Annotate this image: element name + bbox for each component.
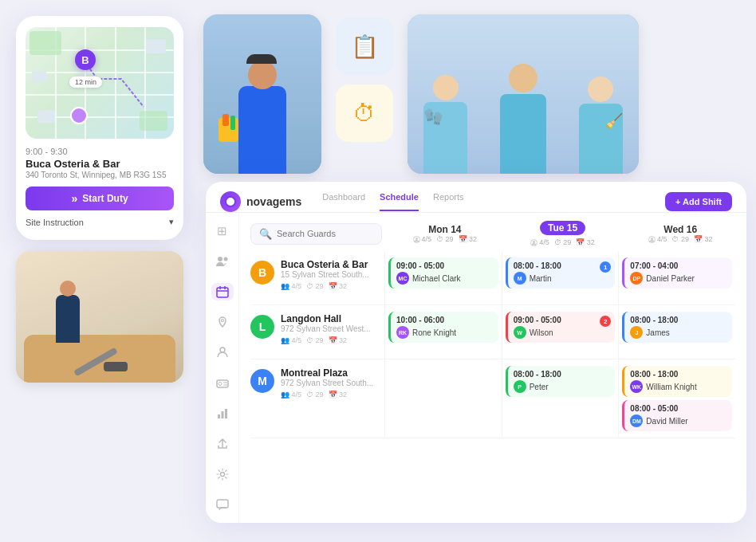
sidebar-settings-icon[interactable] <box>211 465 234 483</box>
logo-circle <box>220 191 241 212</box>
person-name: Daniel Parker <box>646 274 695 283</box>
schedule-panel: novagems Dashboard Schedule Reports + Ad… <box>206 182 746 523</box>
shift-badge: 1 <box>600 261 611 273</box>
table-row: M Montreal Plaza 972 Sylvan Street South… <box>250 359 735 438</box>
site-avatar-buca: B <box>250 261 274 285</box>
buca-tue-cell: 08:00 - 18:00 M Martin 1 <box>502 251 619 304</box>
icon-cards: 📋 ⏱ <box>336 18 393 142</box>
start-duty-button[interactable]: » Start Duty <box>26 187 174 210</box>
person-name: William Knight <box>646 383 696 391</box>
chevron-down-icon: ▾ <box>169 217 174 227</box>
sidebar-id-icon[interactable] <box>211 374 234 391</box>
svg-rect-2 <box>217 288 228 297</box>
langdon-wed-cell: 08:00 - 18:00 J James <box>618 305 735 359</box>
person-name: Martin <box>530 274 552 283</box>
site-avatar-montreal: M <box>250 369 274 393</box>
schedule-content: 🔍 Mon 14 4/5 ⏱ 29 📅 32 <box>239 213 746 523</box>
montreal-mon-cell <box>384 359 502 438</box>
shift-card[interactable]: 08:00 - 18:00 P Peter <box>506 366 616 397</box>
shift-card[interactable]: 09:00 - 05:00 MC Michael Clark <box>388 257 498 289</box>
table-row: B Buca Osteria & Bar 15 Sylvan Street So… <box>250 251 735 305</box>
mon-hours-stat: ⏱ 29 <box>436 235 454 243</box>
timer-icon: ⏱ <box>353 100 376 127</box>
map-avatar <box>70 107 88 124</box>
search-input[interactable] <box>277 229 373 238</box>
site-name-buca: Buca Osteria & Bar <box>281 259 378 270</box>
cleaner-photo <box>203 14 321 174</box>
svg-rect-16 <box>217 500 228 508</box>
person-avatar: DM <box>630 414 643 427</box>
sidebar-location-icon[interactable] <box>211 313 234 331</box>
panel-sidebar: ⊞ <box>206 213 239 523</box>
svg-point-1 <box>223 257 227 261</box>
tab-dashboard[interactable]: Dashboard <box>322 192 365 211</box>
shift-card[interactable]: 07:00 - 04:00 DP Daniel Parker <box>622 257 732 289</box>
sidebar-users-icon[interactable] <box>211 253 234 270</box>
person-avatar: J <box>630 326 643 339</box>
top-center-section: 📋 ⏱ 🧤 🧹 <box>203 14 639 174</box>
buca-mon-cell: 09:00 - 05:00 MC Michael Clark <box>384 251 502 304</box>
site-avatar-langdon: L <box>250 315 274 339</box>
sidebar-grid-icon[interactable]: ⊞ <box>211 222 234 240</box>
wed-shifts-stat: 📅 32 <box>694 235 713 243</box>
map-time-badge: 12 min <box>69 77 102 88</box>
schedule-header: 🔍 Mon 14 4/5 ⏱ 29 📅 32 <box>239 213 746 251</box>
sidebar-chart-icon[interactable] <box>211 405 234 422</box>
svg-rect-12 <box>218 414 220 418</box>
sidebar-message-icon[interactable] <box>211 496 234 513</box>
wed-guards-stat: 4/5 <box>648 235 667 243</box>
team-member-2 <box>500 64 546 174</box>
left-column: B 12 min 9:00 - 9:30 Buca Osteria & Bar … <box>16 16 191 383</box>
col-tuesday: Tue 15 4/5 ⏱ 29 📅 32 <box>508 221 618 246</box>
person-avatar: M <box>514 272 526 285</box>
timer-icon-card: ⏱ <box>336 84 393 142</box>
shift-card[interactable]: 08:00 - 05:00 DM David Miller <box>622 400 732 431</box>
table-row: L Langdon Hall 972 Sylvan Street West...… <box>250 305 735 359</box>
site-meta-montreal: 👥 4/5⏱ 29📅 32 <box>281 391 378 399</box>
add-shift-button[interactable]: + Add Shift <box>665 192 732 211</box>
phone-map: B 12 min <box>26 27 174 139</box>
shift-card[interactable]: 10:00 - 06:00 RK Rone Knight <box>388 312 498 343</box>
phone-instruction: Site Instruction ▾ <box>26 217 174 227</box>
montreal-tue-cell: 08:00 - 18:00 P Peter <box>502 359 619 438</box>
team-photo: 🧤 🧹 <box>408 14 639 174</box>
site-address-buca: 15 Sylvan Street South... <box>281 270 378 279</box>
tab-reports[interactable]: Reports <box>433 192 464 211</box>
tue-guards-stat: 4/5 <box>530 238 549 246</box>
phone-address: 340 Toronto St, Winnipeg, MB R3G 1S5 <box>26 171 174 179</box>
shift-card[interactable]: 08:00 - 18:00 M Martin 1 <box>506 257 616 289</box>
site-name-langdon: Langdon Hall <box>281 313 378 324</box>
person-body <box>56 295 80 343</box>
search-box[interactable]: 🔍 <box>250 223 382 245</box>
langdon-tue-cell: 09:00 - 05:00 W Wilson 2 <box>502 305 619 359</box>
shift-card[interactable]: 08:00 - 18:00 J James <box>622 312 732 343</box>
person-avatar: W <box>514 326 526 339</box>
sidebar-person-icon[interactable] <box>211 344 234 361</box>
shift-card[interactable]: 08:00 - 18:00 WK William Knight <box>622 366 732 397</box>
map-pin-b: B <box>75 49 96 70</box>
tue-shifts-stat: 📅 32 <box>576 238 595 246</box>
person-avatar: MC <box>396 272 409 285</box>
sidebar-calendar-icon[interactable] <box>211 283 234 300</box>
site-info-montreal: M Montreal Plaza 972 Sylvan Street South… <box>250 359 384 438</box>
svg-rect-13 <box>221 411 223 418</box>
document-icon-card: 📋 <box>336 18 393 75</box>
panel-body: ⊞ <box>206 213 746 523</box>
tab-schedule[interactable]: Schedule <box>380 192 419 211</box>
mon-shifts-stat: 📅 32 <box>459 235 478 243</box>
person-name: Wilson <box>530 328 553 337</box>
svg-point-22 <box>651 238 653 240</box>
shift-card[interactable]: 09:00 - 05:00 W Wilson 2 <box>506 312 616 343</box>
sidebar-share-icon[interactable] <box>211 435 234 453</box>
site-address-langdon: 972 Sylvan Street West... <box>281 324 378 333</box>
col-wednesday: Wed 16 4/5 ⏱ 29 📅 32 <box>625 224 735 243</box>
person-name: Rone Knight <box>412 328 456 337</box>
person-name: James <box>646 328 669 337</box>
shift-badge: 2 <box>600 316 611 327</box>
logo-inner <box>225 196 236 207</box>
vacuum-person-fig <box>16 251 183 383</box>
person-name: Michael Clark <box>412 274 461 283</box>
montreal-wed-cell: 08:00 - 18:00 WK William Knight 08:00 - … <box>618 359 735 438</box>
search-icon: 🔍 <box>259 228 272 240</box>
svg-point-0 <box>218 257 222 261</box>
